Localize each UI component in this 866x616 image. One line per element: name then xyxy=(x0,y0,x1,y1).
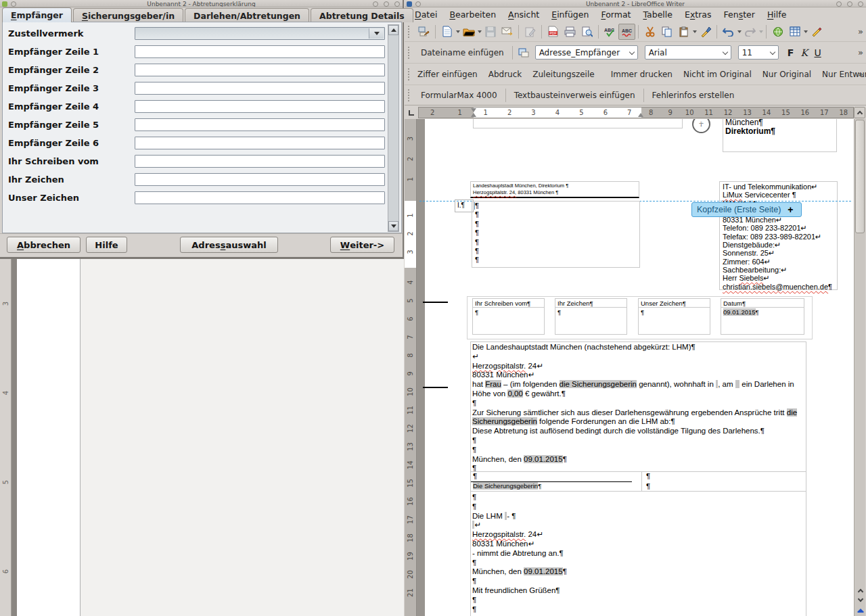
menu-ansicht[interactable]: Ansicht xyxy=(502,9,545,20)
menu-format[interactable]: Format xyxy=(595,9,637,20)
empfaenger-zeile-4-input[interactable] xyxy=(135,100,385,113)
header-tag[interactable]: Kopfzeile (Erste Seite) + xyxy=(691,202,802,217)
menu-tabelle[interactable]: Tabelle xyxy=(637,9,679,20)
toolbar-overflow-button[interactable]: » xyxy=(858,69,863,79)
menu-bearbeiten[interactable]: Bearbeiten xyxy=(443,9,502,20)
maximize-button[interactable] xyxy=(847,1,852,7)
format-paintbrush-icon[interactable] xyxy=(697,24,714,40)
dialog-scroll-down[interactable] xyxy=(388,221,398,231)
address-window-cell[interactable]: ¶¶¶¶¶¶¶ xyxy=(472,201,640,268)
minimize-button[interactable] xyxy=(373,1,378,7)
ihr-schreiben-vom-input[interactable] xyxy=(135,155,385,168)
window-menu-button[interactable] xyxy=(11,1,16,7)
vertical-scrollbar[interactable] xyxy=(854,119,865,616)
custom-field-tool-icon[interactable] xyxy=(415,24,432,40)
indent-marker-right[interactable] xyxy=(638,113,643,117)
empfaenger-zeile-1-input[interactable] xyxy=(135,45,385,58)
send-email-icon[interactable] xyxy=(499,24,516,40)
scrollbar-thumb[interactable] xyxy=(855,120,865,233)
body-text-block-2[interactable]: ¶¶Die LHM - ¶ ↵Herzogspitalstr. 24↵80331… xyxy=(472,493,805,614)
paragraph-style-combo[interactable]: Adresse_Empfänger xyxy=(535,45,638,60)
horizontal-ruler[interactable]: 21 1234567 89101112131415161718 xyxy=(418,107,854,118)
tab-darlehen[interactable]: Darlehen/Abtretungen xyxy=(185,8,309,22)
menu-extras[interactable]: Extras xyxy=(679,9,718,20)
tab-sicherungsgeber[interactable]: Sicherungsgeber/in xyxy=(73,8,183,22)
draw-functions-icon[interactable] xyxy=(808,24,825,40)
fehlerinfos-button[interactable]: Fehlerinfos erstellen xyxy=(647,88,740,103)
ref-value[interactable]: ¶ xyxy=(638,308,710,335)
redo-dropdown[interactable] xyxy=(759,30,763,33)
empfaenger-zeile-6-input[interactable] xyxy=(135,137,385,149)
tab-abtretung-details[interactable]: Abtretung Details xyxy=(311,8,413,22)
cut-icon[interactable] xyxy=(641,24,658,40)
ref-value[interactable]: ¶ xyxy=(555,308,627,335)
copy-icon[interactable] xyxy=(658,24,675,40)
vertical-ruler[interactable]: 321 123 456789101112131415161718192021 xyxy=(405,119,417,616)
toolbar-grip[interactable] xyxy=(408,68,409,80)
hilfe-button[interactable]: Hilfe xyxy=(86,237,127,253)
ref-cell-datum[interactable]: Datum¶ 09.01.2015¶ xyxy=(721,298,804,335)
empfaenger-zeile-3-input[interactable] xyxy=(135,82,385,95)
dateiname-einfuegen-button[interactable]: Dateiname einfügen xyxy=(415,45,509,60)
menu-einfuegen[interactable]: Einfügen xyxy=(545,9,595,20)
menu-hilfe[interactable]: Hilfe xyxy=(761,9,792,20)
redo-icon[interactable] xyxy=(742,24,758,40)
menu-fenster[interactable]: Fenster xyxy=(718,9,761,20)
save-icon[interactable] xyxy=(482,24,499,40)
dialog-titlebar[interactable]: Unbenannt 2 - Abtretungserklärung xyxy=(0,0,403,7)
zustellvermerk-combo[interactable] xyxy=(135,27,385,40)
zuleitungszeile-button[interactable]: Zuleitungszeile xyxy=(527,67,599,82)
adressauswahl-button[interactable]: Adressauswahl xyxy=(180,237,278,253)
print-icon[interactable] xyxy=(562,24,578,40)
paste-icon[interactable] xyxy=(675,24,692,40)
maximize-button[interactable] xyxy=(384,1,389,7)
ref-value[interactable]: ¶ xyxy=(472,308,545,335)
undo-icon[interactable] xyxy=(720,24,737,40)
writer-titlebar[interactable]: Unbenannt 2 - LibreOffice Writer xyxy=(405,0,866,7)
combo-dropdown-button[interactable] xyxy=(369,28,384,39)
font-size-combo[interactable]: 11 xyxy=(738,45,779,60)
abbrechen-button[interactable]: Abbrechen xyxy=(7,237,81,253)
signature-cell[interactable]: ¶ xyxy=(642,482,806,492)
auto-spellcheck-icon[interactable]: ABC xyxy=(618,24,635,40)
toolbar-grip[interactable] xyxy=(408,89,413,101)
menu-datei[interactable]: Datei xyxy=(409,9,443,20)
textbausteinverweis-button[interactable]: Textbausteinverweis einfügen xyxy=(509,88,641,103)
previous-page-button[interactable] xyxy=(854,586,866,595)
apply-style-icon[interactable] xyxy=(516,45,532,61)
toolbar-grip[interactable] xyxy=(408,47,413,59)
nur-original-button[interactable]: Nur Original xyxy=(757,67,817,82)
ziffer-einfuegen-button[interactable]: Ziffer einfügen xyxy=(412,67,483,82)
nicht-im-original-button[interactable]: Nicht im Original xyxy=(678,67,757,82)
scroll-up-button[interactable] xyxy=(854,107,865,118)
ref-cell-schreiben[interactable]: Ihr Schreiben vom¶ ¶ xyxy=(472,298,545,335)
window-menu-button[interactable] xyxy=(415,1,421,7)
weiter-button[interactable]: Weiter-> xyxy=(330,237,394,253)
page-preview-icon[interactable] xyxy=(578,24,595,40)
tab-stop-selector[interactable] xyxy=(405,107,417,118)
bold-button[interactable]: F xyxy=(784,47,798,58)
ref-cell-ihr-zeichen[interactable]: Ihr Zeichen¶ ¶ xyxy=(555,298,627,335)
new-document-icon[interactable] xyxy=(438,24,455,40)
underline-button[interactable]: U xyxy=(811,47,825,58)
abdruck-button[interactable]: Abdruck xyxy=(483,67,528,82)
ref-value-datum[interactable]: 09.01.2015¶ xyxy=(721,308,804,335)
dialog-scrollbar[interactable] xyxy=(388,24,399,232)
italic-button[interactable]: K xyxy=(798,47,811,58)
signature-cell[interactable]: ¶ xyxy=(471,472,642,482)
open-file-icon[interactable] xyxy=(460,24,477,40)
document-area[interactable]: ☥ München¶ Direktorium¶ Landeshauptstadt… xyxy=(417,119,854,616)
minimize-button[interactable] xyxy=(836,1,842,7)
toolbar-overflow-button[interactable]: » xyxy=(858,47,863,57)
indent-marker-bottom[interactable] xyxy=(471,113,476,117)
close-button[interactable] xyxy=(858,1,863,7)
close-button[interactable] xyxy=(394,1,400,7)
export-pdf-icon[interactable]: PDF xyxy=(545,24,562,40)
empfaenger-zeile-5-input[interactable] xyxy=(135,118,385,131)
formularmax-button[interactable]: FormularMax 4000 xyxy=(415,88,503,103)
insert-table-icon[interactable] xyxy=(786,24,803,40)
edit-file-icon[interactable] xyxy=(522,24,539,40)
signature-cell[interactable]: ¶ xyxy=(642,472,806,482)
toolbar-grip[interactable] xyxy=(408,26,413,38)
immer-drucken-button[interactable]: Immer drucken xyxy=(606,67,678,82)
